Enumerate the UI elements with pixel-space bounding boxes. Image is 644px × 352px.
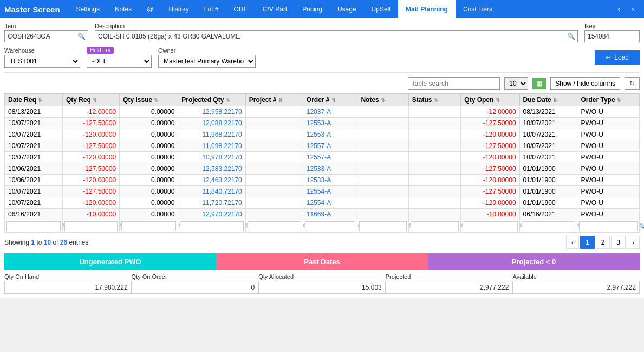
table-search-input[interactable] — [408, 77, 500, 90]
qty-on-order-value[interactable] — [132, 281, 259, 294]
desc-input[interactable] — [95, 31, 565, 42]
item-field-group: Item 🔍 — [4, 23, 88, 42]
table-cell: -127.50000 — [461, 140, 519, 152]
table-cell: -10.00000 — [62, 209, 119, 220]
col-header-qty-issue[interactable]: Qty Issue ⇅ — [120, 94, 178, 106]
table-cell: -127.50000 — [461, 118, 519, 129]
col-search-order-type[interactable] — [579, 221, 638, 231]
tab-notes[interactable]: Notes — [107, 0, 139, 18]
table-cell[interactable]: 12557-A — [303, 152, 357, 163]
col-header-order-num[interactable]: Order # ⇅ — [303, 94, 357, 106]
col-search-qty-issue[interactable] — [121, 221, 176, 231]
load-label: Load — [614, 54, 629, 61]
item-input[interactable] — [5, 31, 75, 42]
nav-next-arrow[interactable]: › — [626, 0, 640, 18]
table-row: 10/07/2021-127.500000.0000011,840.721701… — [5, 186, 640, 197]
col-header-qty-req[interactable]: Qty Req ⇅ — [62, 94, 119, 106]
page-next-button[interactable]: › — [627, 236, 640, 249]
held-for-select[interactable]: -DEF — [87, 55, 152, 68]
nav-tabs: Settings Notes @ History Lot # OHF C/V P… — [69, 0, 613, 18]
owner-select[interactable]: MasterTest Primary Wareho — [158, 55, 256, 68]
page-3-button[interactable]: 3 — [611, 236, 626, 249]
table-row: 10/07/2021-127.500000.0000011,098.221701… — [5, 140, 640, 152]
tab-at[interactable]: @ — [139, 0, 161, 18]
table-cell: -12.00000 — [62, 106, 119, 118]
table-cell[interactable]: 12554-A — [303, 197, 357, 209]
table-cell[interactable]: 12553-A — [303, 118, 357, 129]
page-prev-button[interactable]: ‹ — [566, 236, 579, 249]
col-header-notes[interactable]: Notes ⇅ — [357, 94, 408, 106]
table-cell — [408, 106, 461, 118]
table-cell: 0.00000 — [120, 209, 178, 220]
tab-cvpart[interactable]: C/V Part — [255, 0, 295, 18]
col-search-date-req[interactable] — [6, 221, 61, 231]
desc-search-button[interactable]: 🔍 — [565, 31, 577, 41]
col-header-due-date[interactable]: Due Date ⇅ — [519, 94, 577, 106]
col-search-qty-req[interactable] — [64, 221, 118, 231]
col-header-projected-qty[interactable]: Projected Qty ⇅ — [178, 94, 245, 106]
warehouse-select[interactable]: TEST001 — [4, 55, 80, 68]
table-cell[interactable]: 12554-A — [303, 186, 357, 197]
page-1-button[interactable]: 1 — [580, 236, 595, 249]
col-header-qty-open[interactable]: Qty Open ⇅ — [461, 94, 519, 106]
table-cell — [245, 129, 303, 140]
show-hide-columns-button[interactable]: Show / hide columns — [550, 77, 620, 90]
refresh-button[interactable]: ↻ — [625, 77, 640, 90]
tab-upsell[interactable]: UpSell — [364, 0, 398, 18]
table-cell — [408, 186, 461, 197]
col-search-notes[interactable] — [359, 221, 406, 231]
excel-export-button[interactable]: ▦ — [532, 78, 546, 89]
table-cell[interactable]: 12533-A — [303, 175, 357, 186]
page-size-select[interactable]: 10 25 50 — [504, 77, 528, 90]
col-header-project-num[interactable]: Project # ⇅ — [245, 94, 303, 106]
tab-usage[interactable]: Usage — [330, 0, 364, 18]
qty-on-hand-value[interactable] — [4, 281, 132, 294]
table-cell: -12.00000 — [461, 106, 519, 118]
held-for-badge: Held For — [87, 47, 114, 54]
page-2-button[interactable]: 2 — [596, 236, 610, 249]
nav-prev-arrow[interactable]: ‹ — [612, 0, 626, 18]
table-cell — [357, 118, 408, 129]
tab-ohf[interactable]: OHF — [226, 0, 255, 18]
table-cell: -127.50000 — [62, 140, 119, 152]
table-cell[interactable]: 12557-A — [303, 140, 357, 152]
col-search-due-date[interactable] — [522, 221, 576, 231]
table-cell: -127.50000 — [461, 163, 519, 175]
col-search-qty-open[interactable] — [463, 221, 517, 231]
item-search-button[interactable]: 🔍 — [75, 31, 88, 41]
col-search-order-num[interactable] — [305, 221, 356, 231]
qty-allocated-value[interactable] — [258, 281, 386, 294]
table-controls: 10 25 50 ▦ Show / hide columns ↻ — [4, 77, 640, 90]
table-cell[interactable]: 12553-A — [303, 129, 357, 140]
table-cell[interactable]: 11669-A — [303, 209, 357, 220]
legend-projected: Projected < 0 — [428, 253, 640, 270]
col-search-projected-qty[interactable] — [180, 221, 243, 231]
table-cell[interactable]: 12533-A — [303, 163, 357, 175]
tab-pricing[interactable]: Pricing — [295, 0, 330, 18]
col-header-order-type[interactable]: Order Type ⇅ — [577, 94, 640, 106]
available-value[interactable] — [512, 281, 640, 294]
col-search-project-num[interactable] — [248, 221, 301, 231]
ikey-input[interactable] — [585, 31, 639, 42]
table-cell: PWO-U — [577, 175, 640, 186]
load-button[interactable]: ↩ Load — [595, 50, 640, 65]
table-cell[interactable]: 12037-A — [303, 106, 357, 118]
tab-settings[interactable]: Settings — [69, 0, 107, 18]
table-cell: 10/07/2021 — [519, 118, 577, 129]
projected-value[interactable] — [386, 281, 513, 294]
table-cell: -120.00000 — [62, 197, 119, 209]
held-for-filter-group: Held For -DEF — [87, 47, 152, 68]
table-cell — [245, 186, 303, 197]
ikey-input-wrap — [584, 30, 640, 42]
column-search-row: 🔍 🔍 🔍 🔍 🔍 🔍 🔍 🔍 🔍 🔍 🔍 — [5, 220, 640, 233]
tab-lot[interactable]: Lot # — [197, 0, 226, 18]
tab-matlplanning[interactable]: Matl Planning — [398, 0, 456, 18]
stat-qty-on-order: Qty On Order — [132, 273, 259, 294]
tab-history[interactable]: History — [161, 0, 196, 18]
table-cell: 0.00000 — [120, 186, 178, 197]
col-search-status[interactable] — [411, 221, 459, 231]
col-header-status[interactable]: Status ⇅ — [408, 94, 461, 106]
tab-costtiers[interactable]: Cost Tiers — [456, 0, 500, 18]
col-header-date-req[interactable]: Date Req ⇅ — [5, 94, 63, 106]
table-footer: Showing 1 to 10 of 26 entries ‹ 1 2 3 › — [4, 236, 640, 249]
